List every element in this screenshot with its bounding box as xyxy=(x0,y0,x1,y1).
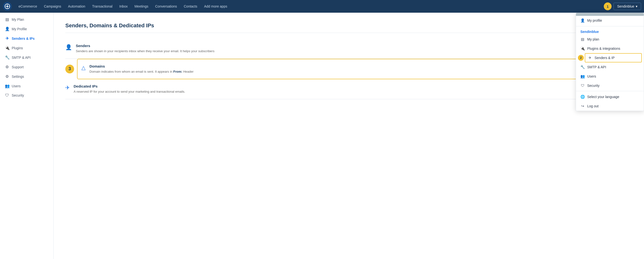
account-menu-button[interactable]: Sendinblue ▾ xyxy=(614,3,641,10)
dedicated-ips-section-title: Dedicated IPs xyxy=(74,84,185,88)
senders-ip-dropdown-icon: ✈ xyxy=(588,56,592,60)
nav-inbox[interactable]: Inbox xyxy=(116,3,130,10)
my-plan-dropdown-icon: ▤ xyxy=(580,37,585,42)
domains-section-desc: Domain indicates from whom an email is s… xyxy=(90,69,194,74)
users-dropdown-icon: 👥 xyxy=(580,74,585,79)
sidebar-item-my-profile[interactable]: 👤 My Profile xyxy=(0,24,54,34)
dropdown-item-users[interactable]: 👥 Users xyxy=(576,72,644,81)
logo[interactable] xyxy=(3,2,12,11)
senders-section-desc: Senders are shown in your recipients inb… xyxy=(76,49,214,54)
dropdown-divider-1 xyxy=(576,26,644,26)
sidebar-label-support: Support xyxy=(12,65,24,69)
sidebar-label-security: Security xyxy=(12,93,24,97)
sidebar-label-settings: Settings xyxy=(12,75,24,79)
dropdown-label-logout: Log out xyxy=(587,104,599,108)
dedicated-ips-section-text: Dedicated IPs A reserved IP for your acc… xyxy=(74,84,185,94)
sidebar-item-my-plan[interactable]: ▤ My Plan xyxy=(0,15,54,24)
security-icon: 🛡 xyxy=(5,93,9,98)
dropdown-label-senders-ip: Senders & IP xyxy=(594,56,615,60)
sidebar-item-support[interactable]: ⚙ Support xyxy=(0,62,54,72)
nav-transactional[interactable]: Transactional xyxy=(89,3,116,10)
senders-ips-icon: ✈ xyxy=(5,36,9,41)
dropdown-label-plugins: Plugins & integrations xyxy=(587,47,620,51)
dropdown-section-label: Sendinblue xyxy=(576,27,644,35)
sidebar-item-settings[interactable]: ⚙ Settings xyxy=(0,72,54,81)
topnav-right: 1 Sendinblue ▾ xyxy=(604,3,641,10)
sidebar-item-smtp-api[interactable]: 🔧 SMTP & API xyxy=(0,53,54,62)
sidebar-label-my-plan: My Plan xyxy=(12,18,24,22)
nav-ecommerce[interactable]: eCommerce xyxy=(16,3,40,10)
dropdown-item-my-plan[interactable]: ▤ My plan xyxy=(576,35,644,44)
my-profile-icon: 👤 xyxy=(5,27,9,31)
dropdown-label-language: Select your language xyxy=(587,95,620,99)
section-domains: △ Domains Domain indicates from whom an … xyxy=(77,59,632,80)
section-dedicated-ips: ✈ Dedicated IPs A reserved IP for your a… xyxy=(65,79,632,99)
sidebar-item-plugins[interactable]: 🔌 Plugins xyxy=(0,43,54,53)
dropdown-item-smtp-api[interactable]: 🔧 SMTP & API xyxy=(576,62,644,72)
plugins-icon: 🔌 xyxy=(5,46,9,50)
page-title: Senders, Domains & Dedicated IPs xyxy=(65,23,632,29)
dropdown-item-senders-ip[interactable]: ✈ Senders & IP xyxy=(585,53,642,62)
nav-meetings[interactable]: Meetings xyxy=(132,3,151,10)
title-divider xyxy=(65,33,632,33)
dropdown-label-my-plan: My plan xyxy=(587,37,599,41)
senders-section-icon: 👤 xyxy=(65,44,72,51)
domains-section-title: Domains xyxy=(90,64,194,68)
security-dropdown-icon: 🛡 xyxy=(580,83,585,88)
main-content: Senders, Domains & Dedicated IPs 👤 Sende… xyxy=(54,13,644,259)
dropdown-item-language[interactable]: 🌐 Select your language xyxy=(576,92,644,101)
dropdown-item-plugins[interactable]: 🔌 Plugins & integrations xyxy=(576,44,644,53)
sidebar-label-senders-ips: Senders & IPs xyxy=(12,37,34,41)
nav-campaigns[interactable]: Campaigns xyxy=(41,3,64,10)
step-badge-2: 2 xyxy=(578,55,584,61)
sidebar-label-smtp-api: SMTP & API xyxy=(12,56,31,60)
nav-contacts[interactable]: Contacts xyxy=(181,3,200,10)
dropdown-item-security[interactable]: 🛡 Security xyxy=(576,81,644,90)
dedicated-ips-section-icon: ✈ xyxy=(65,85,70,91)
step-badge-3: 3 xyxy=(65,65,74,73)
settings-icon: ⚙ xyxy=(5,74,9,79)
nav-items: eCommerce Campaigns Automation Transacti… xyxy=(16,3,604,10)
logout-dropdown-icon: ↪ xyxy=(580,104,585,108)
dropdown-label-smtp-api: SMTP & API xyxy=(587,65,606,69)
smtp-api-dropdown-icon: 🔧 xyxy=(580,65,585,69)
nav-add-more-apps[interactable]: Add more apps xyxy=(201,3,230,10)
account-dropdown: 👤 My profile Sendinblue ▤ My plan 🔌 Plug… xyxy=(576,13,644,111)
sidebar: ▤ My Plan 👤 My Profile ✈ Senders & IPs 🔌… xyxy=(0,13,54,259)
dropdown-label-my-profile: My profile xyxy=(587,19,602,23)
notification-badge[interactable]: 1 xyxy=(604,3,612,10)
smtp-api-icon: 🔧 xyxy=(5,55,9,60)
nav-automation[interactable]: Automation xyxy=(65,3,88,10)
my-plan-icon: ▤ xyxy=(5,17,9,22)
dropdown-item-my-profile[interactable]: 👤 My profile xyxy=(576,16,644,25)
sidebar-item-senders-ips[interactable]: ✈ Senders & IPs xyxy=(0,34,54,43)
senders-section-text: Senders Senders are shown in your recipi… xyxy=(76,44,214,54)
top-navigation: eCommerce Campaigns Automation Transacti… xyxy=(0,0,644,13)
sidebar-label-plugins: Plugins xyxy=(12,46,23,50)
dropdown-top-bar xyxy=(576,13,644,16)
support-icon: ⚙ xyxy=(5,65,9,69)
sidebar-item-security[interactable]: 🛡 Security xyxy=(0,91,54,100)
senders-section-title: Senders xyxy=(76,44,214,48)
my-profile-dropdown-icon: 👤 xyxy=(580,18,585,23)
sidebar-label-my-profile: My Profile xyxy=(12,27,27,31)
dropdown-label-security: Security xyxy=(587,84,600,88)
sidebar-label-users: Users xyxy=(12,84,21,88)
section-senders: 👤 Senders Senders are shown in your reci… xyxy=(65,39,632,59)
dropdown-item-logout[interactable]: ↪ Log out xyxy=(576,101,644,111)
language-dropdown-icon: 🌐 xyxy=(580,95,585,99)
dropdown-label-users: Users xyxy=(587,74,596,78)
sidebar-item-users[interactable]: 👥 Users xyxy=(0,81,54,91)
domains-section-icon: △ xyxy=(82,65,86,71)
nav-conversations[interactable]: Conversations xyxy=(152,3,180,10)
plugins-dropdown-icon: 🔌 xyxy=(580,46,585,51)
domains-section-text: Domains Domain indicates from whom an em… xyxy=(90,64,194,74)
dedicated-ips-section-desc: A reserved IP for your account to send y… xyxy=(74,89,185,94)
users-icon: 👥 xyxy=(5,84,9,88)
